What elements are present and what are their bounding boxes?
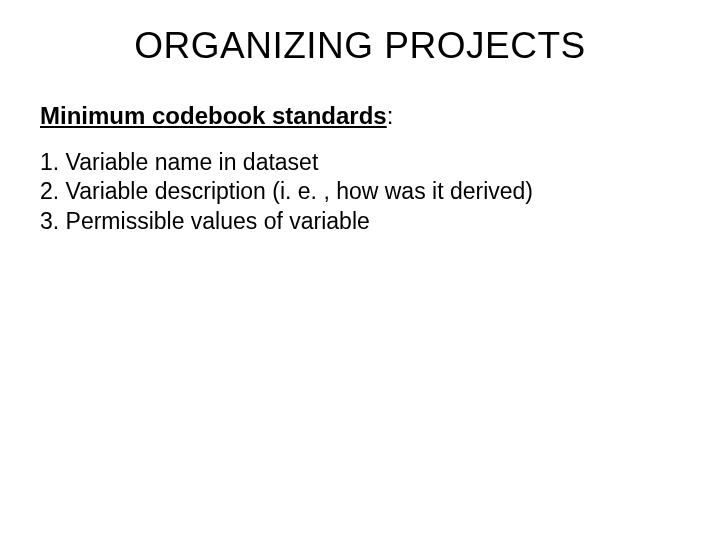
slide-subtitle: Minimum codebook standards: (40, 102, 680, 130)
subtitle-colon: : (387, 102, 394, 129)
list-item: 3. Permissible values of variable (40, 207, 680, 236)
subtitle-bold-text: Minimum codebook standards (40, 102, 387, 129)
slide-title: ORGANIZING PROJECTS (40, 25, 680, 67)
standards-list: 1. Variable name in dataset 2. Variable … (40, 148, 680, 236)
list-item: 2. Variable description (i. e. , how was… (40, 177, 680, 206)
list-item: 1. Variable name in dataset (40, 148, 680, 177)
